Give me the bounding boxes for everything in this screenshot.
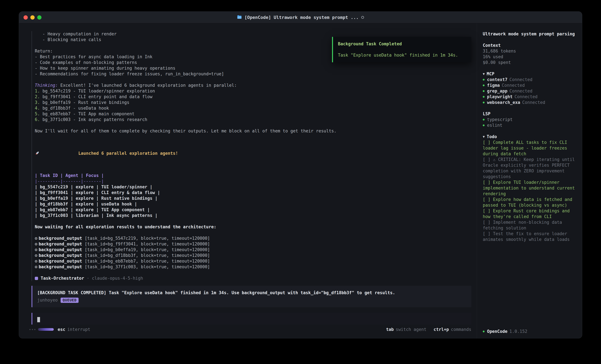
status-dot-icon: [483, 90, 485, 92]
status-dot-icon: [483, 79, 485, 81]
notification-toast[interactable]: Background Task Completed Task "Explore …: [332, 37, 471, 62]
tool-call: ⚙background_output [task_id=bg_f9ff3041,…: [35, 241, 471, 247]
status-dot-icon: [483, 102, 485, 103]
gear-icon: ⚙: [35, 247, 37, 252]
app-version: OpenCode 1.0.152: [483, 329, 577, 334]
transcript-line: - How to keep spinner animating during h…: [35, 65, 471, 71]
tool-args: [task_id=bg_5547c219, block=true, timeou…: [82, 236, 210, 241]
mcp-item: grep_appConnected: [483, 88, 577, 94]
background-task-message: [BACKGROUND TASK COMPLETED] Task "Explor…: [31, 286, 471, 307]
transcript-line: - Recommendations for fixing loader free…: [35, 71, 471, 77]
tab-key: tab: [386, 327, 394, 332]
lsp-heading: LSP: [483, 111, 491, 116]
model-name: claude-opus-4-5-high: [92, 276, 143, 281]
launch-banner: Launched 6 parallel exploration agents!: [35, 140, 471, 167]
table-divider: |---------|-------|-------|: [35, 178, 471, 184]
todo-item: [ ] Explore how data is fetched and pass…: [483, 197, 577, 208]
separator: ·: [87, 276, 89, 281]
tool-call: ⚙background_output [task_id=bg_b0effa19,…: [35, 247, 471, 253]
mcp-section: ▼ MCP context7Connected figmaConnected g…: [483, 71, 577, 105]
mcp-name: grep_app: [487, 88, 507, 94]
context-spent: $0.00 spent: [483, 60, 577, 65]
gear-icon: ⚙: [35, 236, 37, 241]
thinking-text: Excellent! I've launched 6 background ex…: [58, 83, 237, 88]
ctrlp-key: ctrl+p: [434, 327, 449, 332]
collapse-icon[interactable]: ▼: [483, 71, 485, 77]
agent-icon: [35, 277, 38, 280]
tool-args: [task_id=bg_37f1c003, block=true, timeou…: [82, 264, 210, 269]
tool-call: ⚙background_output [task_id=bg_eb87ebb7,…: [35, 258, 471, 264]
mcp-status: Connected: [509, 77, 532, 83]
lsp-section: LSP typescript eslint: [483, 111, 577, 128]
todo-item: [ ] Explore Rust core bindings and how t…: [483, 208, 577, 220]
gear-icon: ⚙: [35, 259, 37, 264]
todo-item: [ ] Test the fix to ensure loader animat…: [483, 231, 577, 242]
mcp-name: figma: [487, 83, 500, 88]
lsp-name: typescript: [487, 117, 513, 123]
esc-label: interrupt: [67, 327, 90, 332]
tool-name: background_output: [39, 236, 82, 241]
list-text: bg_5547c219 - TUI loader/spinner explora…: [40, 88, 155, 94]
window-title-group: [OpenCode] Ultrawork mode system prompt …: [237, 15, 364, 20]
mcp-heading-row[interactable]: ▼ MCP: [483, 71, 577, 77]
lsp-name: eslint: [487, 123, 502, 128]
mcp-name: websearch_exa: [487, 100, 520, 105]
thinking-line: Thinking: Excellent! I've launched 6 bac…: [35, 83, 471, 88]
table-row: | bg_5547c219 | explore | TUI loader/spi…: [35, 184, 471, 190]
todo-item: [ ] ⚠ CRITICAL: Keep iterating until Ora…: [483, 157, 577, 180]
collapse-icon[interactable]: ▼: [483, 134, 485, 140]
thinking-label: Thinking:: [35, 83, 58, 88]
titlebar[interactable]: [OpenCode] Ultrawork mode system prompt …: [19, 12, 582, 23]
context-section: Context 31,686 tokens 16% used $0.00 spe…: [483, 43, 577, 65]
spinner-dots-icon: [30, 329, 35, 330]
sidebar: Ultrawork mode system prompt parsing Con…: [477, 23, 582, 338]
folder-icon: [237, 15, 242, 20]
status-bar: escinterrupt tabswitch agent ctrl+pcomma…: [19, 325, 477, 338]
notification-title: Background Task Completed: [338, 41, 466, 47]
mcp-item: playwrightConnected: [483, 94, 577, 100]
table-header: | Task ID | Agent | Focus |: [35, 173, 471, 178]
close-button[interactable]: [23, 15, 28, 19]
waiting-heading: Now waiting for all exploration results …: [35, 224, 471, 230]
agent-list-item: 1. bg_5547c219 - TUI loader/spinner expl…: [35, 88, 471, 94]
todo-heading-row[interactable]: ▼ Todo: [483, 134, 577, 140]
context-heading: Context: [483, 43, 501, 48]
context-tokens: 31,686 tokens: [483, 48, 577, 54]
prompt-input[interactable]: Task-Orchestrator Opus 4.5 High Anthropi…: [31, 313, 471, 325]
table-row: | bg_37f1c003 | librarian | Ink async pa…: [35, 213, 471, 218]
mcp-status: Connected: [509, 88, 532, 94]
mcp-item: figmaConnected: [483, 83, 577, 88]
tool-name: background_output: [39, 264, 82, 269]
tool-name: background_output: [39, 247, 82, 252]
transcript-line: - Heavy computation in render: [35, 31, 471, 37]
desktop: [OpenCode] Ultrawork mode system prompt …: [0, 0, 601, 364]
mcp-item: context7Connected: [483, 77, 577, 83]
list-marker: 6.: [35, 117, 40, 122]
status-dot-icon: [483, 85, 485, 86]
tool-call: ⚙background_output [task_id=bg_df18bb3f,…: [35, 253, 471, 258]
notification-body: Task "Explore useData hook" finished in …: [338, 52, 466, 58]
version-number: 1.0.152: [509, 329, 527, 334]
todo-heading: Todo: [487, 134, 497, 140]
tool-args: [task_id=bg_b0effa19, block=true, timeou…: [82, 247, 210, 252]
table-row: | bg_eb87ebb7 | explore | TUI App compon…: [35, 207, 471, 213]
gear-icon: ⚙: [35, 253, 37, 258]
transcript[interactable]: - Heavy computation in render - Blocking…: [19, 23, 477, 325]
hint-switch-agent: tabswitch agent: [386, 327, 426, 332]
tool-name: background_output: [39, 259, 82, 264]
brand-name: OpenCode: [487, 329, 507, 334]
agent-list-item: 4. bg_df18bb3f - useData hook: [35, 105, 471, 111]
status-dot-icon: [483, 331, 485, 332]
status-ring-icon: [361, 16, 364, 19]
list-marker: 2.: [35, 94, 40, 99]
context-used: 16% used: [483, 54, 577, 60]
list-marker: 5.: [35, 111, 40, 116]
main-pane: - Heavy computation in render - Blocking…: [19, 23, 477, 338]
lsp-item: eslint: [483, 123, 577, 128]
terminal-window: [OpenCode] Ultrawork mode system prompt …: [19, 11, 582, 338]
minimize-button[interactable]: [30, 15, 35, 19]
zoom-button[interactable]: [37, 15, 41, 19]
table-row: | bg_df18bb3f | explore | useData hook |: [35, 201, 471, 207]
status-dot-icon: [483, 125, 485, 126]
progress-indicator: [38, 328, 54, 331]
